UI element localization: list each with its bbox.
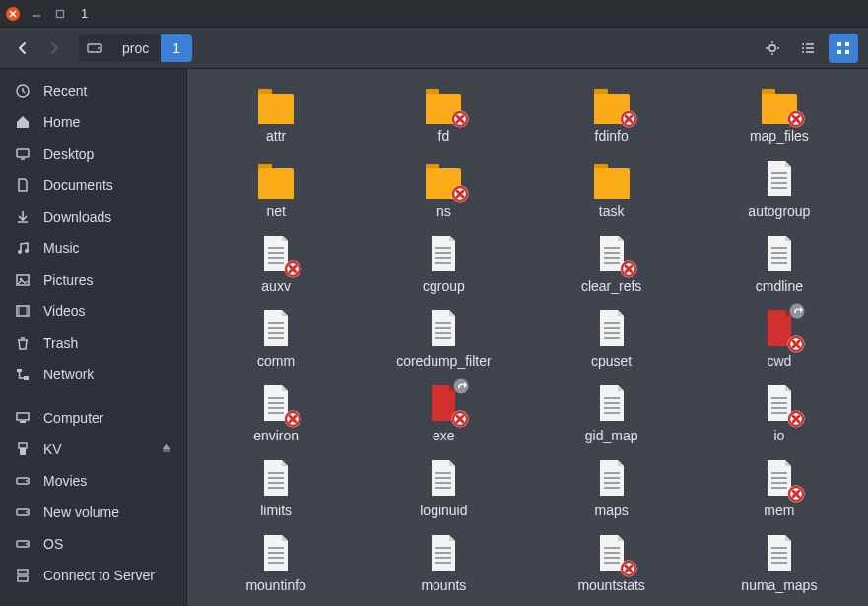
file-item[interactable]: net	[197, 158, 355, 219]
titlebar: 1	[0, 0, 868, 28]
file-item[interactable]: numa_maps	[701, 532, 858, 593]
file-icon	[590, 233, 634, 274]
file-label: cpuset	[591, 353, 632, 369]
file-label: maps	[595, 503, 629, 518]
file-label: gid_map	[585, 428, 638, 443]
window-minimize-button[interactable]	[30, 7, 43, 21]
svg-rect-8	[845, 42, 849, 46]
file-item[interactable]: gid_map	[533, 382, 691, 443]
folder-icon	[422, 158, 465, 199]
list-view-button[interactable]	[793, 34, 823, 63]
sidebar-item-os[interactable]: OS	[0, 528, 186, 560]
sidebar-item-kv[interactable]: KV	[0, 434, 186, 465]
file-item[interactable]: task	[533, 158, 691, 219]
sidebar-item-pictures[interactable]: Pictures	[0, 264, 186, 296]
file-icon	[758, 457, 801, 499]
file-label: attr	[266, 128, 286, 144]
file-item[interactable]: coredump_filter	[365, 307, 522, 369]
file-item[interactable]: fd	[365, 83, 522, 144]
file-label: net	[266, 203, 285, 219]
sidebar-item-computer[interactable]: Computer	[0, 402, 186, 434]
window-maximize-button[interactable]	[53, 7, 67, 21]
file-icon	[758, 233, 801, 274]
file-item[interactable]: comm	[197, 307, 355, 369]
file-item[interactable]: mem	[701, 457, 858, 518]
sidebar-item-movies[interactable]: Movies	[0, 465, 186, 497]
folder-icon	[758, 83, 801, 124]
file-item[interactable]: cmdline	[701, 233, 858, 294]
sidebar-item-label: Videos	[43, 303, 86, 319]
file-item[interactable]: loginuid	[365, 457, 522, 518]
file-item[interactable]: attr	[197, 83, 355, 144]
disk-icon	[14, 505, 32, 520]
file-icon	[758, 158, 801, 199]
file-icon	[422, 233, 465, 274]
file-item[interactable]: maps	[533, 457, 691, 518]
svg-point-4	[802, 43, 804, 45]
svg-point-5	[802, 47, 804, 49]
file-item[interactable]: environ	[197, 382, 355, 443]
locate-button[interactable]	[758, 34, 787, 63]
sidebar-item-connect[interactable]: Connect to Server	[0, 560, 186, 591]
file-item[interactable]: clear_refs	[533, 233, 691, 294]
sidebar-item-label: Trash	[43, 335, 78, 351]
file-item[interactable]: exe	[365, 382, 522, 443]
file-item[interactable]: mounts	[365, 532, 522, 593]
file-item[interactable]: ns	[365, 158, 522, 219]
sidebar-item-home[interactable]: Home	[0, 106, 186, 138]
network-icon	[14, 367, 32, 382]
file-icon	[590, 457, 634, 499]
sidebar-item-label: Home	[43, 114, 80, 130]
file-label: cgroup	[423, 278, 465, 294]
sidebar-item-videos[interactable]: Videos	[0, 296, 186, 327]
file-label: mounts	[421, 577, 466, 593]
clock-icon	[14, 83, 32, 99]
file-item[interactable]: cwd	[701, 307, 858, 369]
window-close-button[interactable]	[6, 7, 20, 21]
file-item[interactable]: mountstats	[533, 532, 691, 593]
file-label: autogroup	[748, 203, 810, 219]
path-segment-1[interactable]: 1	[161, 34, 192, 62]
disk-icon	[14, 473, 32, 489]
sidebar-item-newvol[interactable]: New volume	[0, 497, 186, 528]
sidebar-item-trash[interactable]: Trash	[0, 327, 186, 359]
file-item[interactable]: fdinfo	[533, 83, 691, 144]
sidebar-item-recent[interactable]: Recent	[0, 75, 186, 106]
eject-icon[interactable]	[161, 441, 172, 457]
file-label: task	[599, 203, 625, 219]
file-item[interactable]: map_files	[701, 83, 858, 144]
sidebar-item-documents[interactable]: Documents	[0, 169, 186, 201]
sidebar-item-label: Movies	[43, 473, 87, 489]
file-item[interactable]: auxv	[197, 233, 355, 294]
sidebar-item-desktop[interactable]: Desktop	[0, 138, 186, 169]
file-item[interactable]: limits	[197, 457, 355, 518]
file-item[interactable]: mountinfo	[197, 532, 355, 593]
sidebar-item-network[interactable]: Network	[0, 359, 186, 390]
forward-button[interactable]	[41, 35, 67, 61]
file-label: coredump_filter	[396, 353, 492, 369]
file-label: cmdline	[756, 278, 803, 294]
file-item[interactable]: cgroup	[365, 233, 522, 294]
sidebar-item-downloads[interactable]: Downloads	[0, 201, 186, 233]
folder-icon	[254, 83, 298, 124]
folder-icon	[590, 83, 634, 124]
file-item[interactable]: autogroup	[701, 158, 858, 219]
file-icon	[422, 457, 465, 499]
sidebar: RecentHomeDesktopDocumentsDownloadsMusic…	[0, 69, 187, 606]
icon-view-button[interactable]	[829, 34, 858, 63]
file-label: numa_maps	[741, 577, 817, 593]
file-item[interactable]: cpuset	[533, 307, 691, 369]
sidebar-item-label: Downloads	[43, 209, 111, 225]
file-icon	[590, 307, 634, 349]
file-icon	[590, 532, 634, 573]
back-button[interactable]	[10, 35, 35, 61]
file-icon	[254, 307, 298, 349]
drive-icon	[79, 41, 110, 55]
path-segment-proc[interactable]: proc	[110, 34, 161, 62]
file-label: mountstats	[577, 577, 644, 593]
desktop-icon	[14, 146, 32, 162]
sidebar-item-music[interactable]: Music	[0, 233, 186, 264]
usb-icon	[14, 441, 32, 457]
file-item[interactable]: io	[701, 382, 858, 443]
file-label: fd	[438, 128, 450, 144]
